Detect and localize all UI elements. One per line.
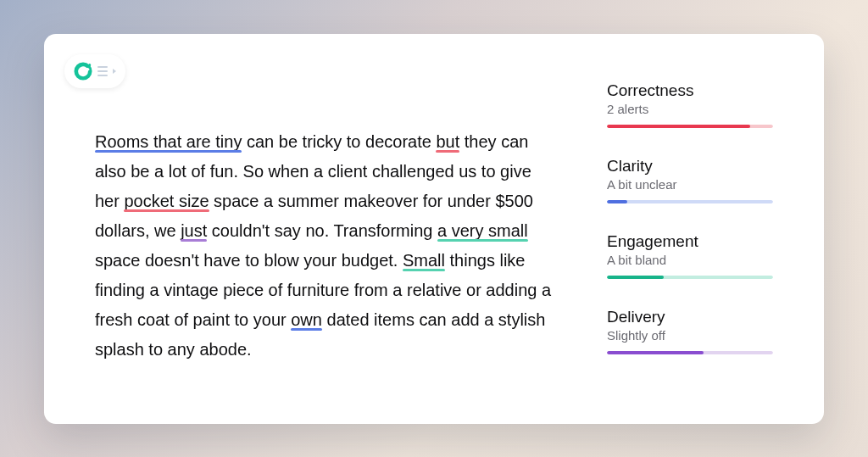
grammarly-icon [74, 62, 92, 81]
metric-subtitle: Slightly off [607, 328, 773, 343]
app-card: Rooms that are tiny can be tricky to dec… [44, 34, 824, 424]
metric-clarity[interactable]: ClarityA bit unclear [607, 157, 773, 203]
metric-subtitle: A bit unclear [607, 177, 773, 192]
underlined-green[interactable]: a very small [437, 221, 528, 240]
expand-icon [97, 66, 108, 76]
chevron-right-icon [113, 69, 116, 74]
underlined-blue[interactable]: Rooms that are tiny [95, 132, 242, 151]
underlined-blue[interactable]: own [291, 310, 322, 329]
metric-delivery[interactable]: DeliverySlightly off [607, 308, 773, 354]
metric-progress-bar [607, 351, 773, 354]
metric-progress-bar [607, 276, 773, 279]
underlined-red[interactable]: but [436, 132, 459, 151]
metric-progress-bar [607, 125, 773, 128]
grammarly-logo-button[interactable] [64, 54, 125, 88]
editor-text-area[interactable]: Rooms that are tiny can be tricky to dec… [44, 34, 587, 424]
underlined-green[interactable]: Small [403, 251, 445, 270]
underlined-purple[interactable]: just [181, 221, 207, 240]
metric-engagement[interactable]: EngagementA bit bland [607, 232, 773, 279]
metric-title: Clarity [607, 157, 773, 176]
metric-progress-bar [607, 200, 773, 203]
underlined-red[interactable]: pocket size [124, 192, 209, 210]
sidebar-metrics: Correctness2 alertsClarityA bit unclearE… [587, 34, 807, 424]
metric-title: Delivery [607, 308, 773, 326]
metric-subtitle: A bit bland [607, 253, 773, 267]
metric-correctness[interactable]: Correctness2 alerts [607, 81, 773, 128]
metric-title: Engagement [607, 232, 773, 251]
metric-title: Correctness [607, 81, 773, 100]
metric-subtitle: 2 alerts [607, 102, 773, 116]
